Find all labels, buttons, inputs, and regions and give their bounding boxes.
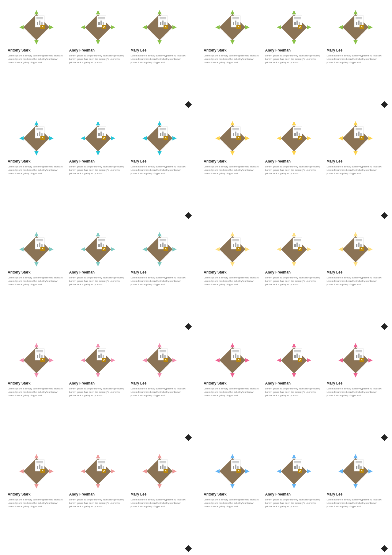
svg-marker-276 (368, 247, 373, 251)
svg-rect-93 (358, 21, 360, 25)
person-name: Andy Freeman (69, 270, 127, 274)
person-icon-frame: C (276, 453, 312, 490)
person-name: Mary Lee (130, 381, 188, 385)
slide-diamond-icon (185, 434, 192, 441)
card-9-1: C Antony Stark Lorem Ipsum is simply dum… (8, 453, 66, 508)
svg-marker-180 (368, 136, 373, 140)
person-name: Antony Stark (204, 270, 262, 274)
person-name: Antony Stark (8, 270, 66, 274)
svg-rect-301 (39, 354, 40, 358)
card-2-3: C Mary Lee Lorem Ipsum is simply dummy t… (326, 9, 384, 64)
person-name: Mary Lee (326, 48, 384, 52)
svg-marker-132 (172, 136, 177, 140)
svg-marker-178 (353, 151, 358, 155)
svg-rect-348 (233, 355, 234, 358)
svg-rect-189 (358, 132, 360, 136)
svg-rect-13 (39, 21, 40, 25)
svg-marker-130 (157, 151, 162, 155)
person-icon-frame: C (337, 342, 374, 379)
slide-diamond-icon (185, 323, 192, 330)
person-desc: Lorem Ipsum is simply dummy typesetting … (69, 387, 127, 397)
svg-marker-356 (307, 358, 311, 362)
svg-marker-355 (277, 358, 281, 362)
person-desc: Lorem Ipsum is simply dummy typesetting … (8, 165, 66, 175)
person-desc: Lorem Ipsum is simply dummy typesetting … (204, 276, 262, 286)
svg-marker-81 (353, 10, 358, 14)
svg-text:C: C (360, 137, 363, 140)
person-name: Andy Freeman (265, 48, 323, 52)
svg-text:C: C (42, 137, 44, 140)
person-icon-frame: C (337, 9, 374, 46)
svg-rect-414 (103, 466, 104, 469)
person-icon-frame: C (214, 342, 251, 379)
svg-marker-404 (111, 469, 115, 473)
svg-marker-388 (49, 469, 54, 473)
svg-marker-243 (215, 247, 220, 251)
svg-marker-258 (292, 262, 296, 266)
svg-rect-124 (98, 133, 100, 136)
person-desc: Lorem Ipsum is simply dummy typesetting … (130, 165, 188, 175)
person-icon-frame: C (214, 231, 251, 268)
svg-rect-318 (103, 355, 104, 358)
svg-rect-254 (237, 244, 239, 247)
svg-marker-257 (292, 232, 296, 236)
svg-rect-110 (41, 133, 43, 136)
person-icon-frame: C (276, 342, 312, 379)
svg-rect-237 (162, 243, 164, 247)
svg-marker-305 (96, 343, 100, 347)
card-7-2: C Andy Freeman Lorem Ipsum is simply dum… (69, 342, 127, 397)
card-9-3: C Mary Lee Lorem Ipsum is simply dummy t… (130, 453, 188, 508)
svg-rect-45 (162, 21, 164, 25)
person-icon-frame: C (337, 231, 374, 268)
slide-2: C Antony Stark Lorem Ipsum is simply dum… (196, 0, 392, 111)
svg-rect-445 (235, 465, 236, 469)
svg-rect-428 (160, 466, 161, 469)
svg-marker-114 (96, 151, 100, 155)
svg-marker-337 (230, 343, 235, 347)
person-icon-frame: C (214, 453, 251, 490)
card-6-2: C Andy Freeman Lorem Ipsum is simply dum… (265, 231, 323, 286)
card-2-1: C Antony Stark Lorem Ipsum is simply dum… (204, 9, 262, 64)
svg-marker-212 (111, 247, 115, 251)
svg-text:C: C (103, 137, 105, 140)
card-8-1: C Antony Stark Lorem Ipsum is simply dum… (204, 342, 262, 397)
svg-rect-125 (100, 132, 102, 136)
person-desc: Lorem Ipsum is simply dummy typesetting … (8, 387, 66, 397)
svg-marker-98 (34, 151, 39, 155)
person-icon-frame: C (80, 120, 116, 157)
svg-rect-398 (41, 466, 43, 469)
svg-text:C: C (299, 359, 301, 362)
person-icon-frame: C (80, 453, 116, 490)
svg-marker-417 (157, 454, 162, 458)
svg-rect-206 (41, 244, 43, 247)
svg-rect-444 (233, 466, 234, 469)
slide-5: C Antony Stark Lorem Ipsum is simply dum… (0, 222, 196, 333)
person-name: Antony Stark (204, 48, 262, 52)
slide-diamond-icon (185, 101, 192, 108)
svg-rect-60 (233, 22, 234, 25)
person-icon-frame: C (18, 231, 55, 268)
svg-rect-317 (100, 354, 102, 358)
svg-text:C: C (164, 137, 167, 140)
svg-marker-466 (353, 484, 358, 488)
svg-rect-14 (41, 22, 43, 25)
svg-marker-468 (368, 469, 373, 473)
svg-marker-19 (81, 25, 85, 29)
svg-marker-194 (34, 262, 39, 266)
person-name: Mary Lee (326, 381, 384, 385)
svg-marker-97 (34, 121, 39, 125)
svg-marker-323 (142, 358, 147, 362)
svg-rect-222 (103, 244, 104, 247)
svg-marker-115 (81, 136, 85, 140)
svg-marker-51 (215, 25, 220, 29)
svg-text:C: C (299, 470, 301, 473)
svg-marker-225 (157, 232, 162, 236)
svg-rect-334 (164, 355, 166, 358)
svg-text:C: C (164, 26, 167, 29)
svg-marker-52 (245, 25, 250, 29)
person-name: Antony Stark (8, 381, 66, 385)
svg-marker-259 (277, 247, 281, 251)
svg-marker-34 (157, 40, 162, 44)
card-row-10: C Antony Stark Lorem Ipsum is simply dum… (204, 453, 384, 508)
svg-marker-308 (111, 358, 115, 362)
